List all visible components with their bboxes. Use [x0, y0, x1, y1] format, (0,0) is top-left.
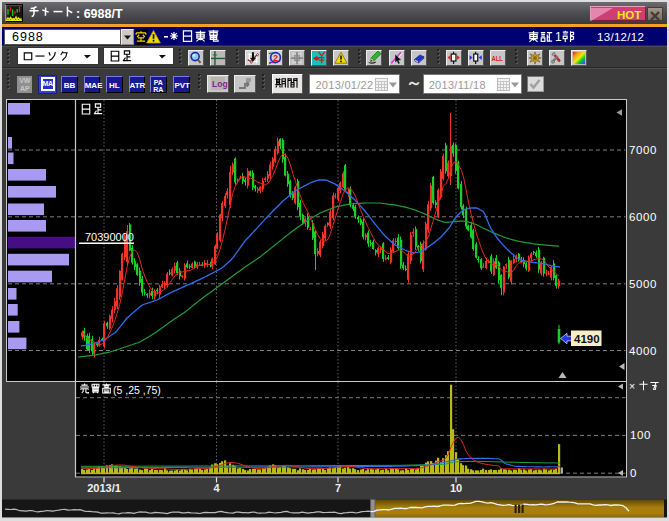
svg-text:2013/1: 2013/1: [87, 482, 121, 494]
svg-text:10: 10: [450, 482, 462, 494]
svg-text:7000: 7000: [629, 144, 657, 156]
svg-text:4: 4: [213, 482, 220, 494]
svg-text:7: 7: [335, 482, 341, 494]
svg-text:6000: 6000: [629, 211, 657, 223]
svg-text:70390000: 70390000: [85, 231, 134, 243]
svg-text:(5 ,25 ,75): (5 ,25 ,75): [113, 384, 161, 396]
svg-text:0: 0: [630, 467, 637, 479]
svg-text:4190: 4190: [574, 333, 600, 345]
svg-text:5000: 5000: [629, 278, 657, 290]
svg-text:4000: 4000: [629, 345, 657, 357]
svg-text:100: 100: [630, 429, 651, 441]
svg-text:×: ×: [629, 380, 635, 392]
